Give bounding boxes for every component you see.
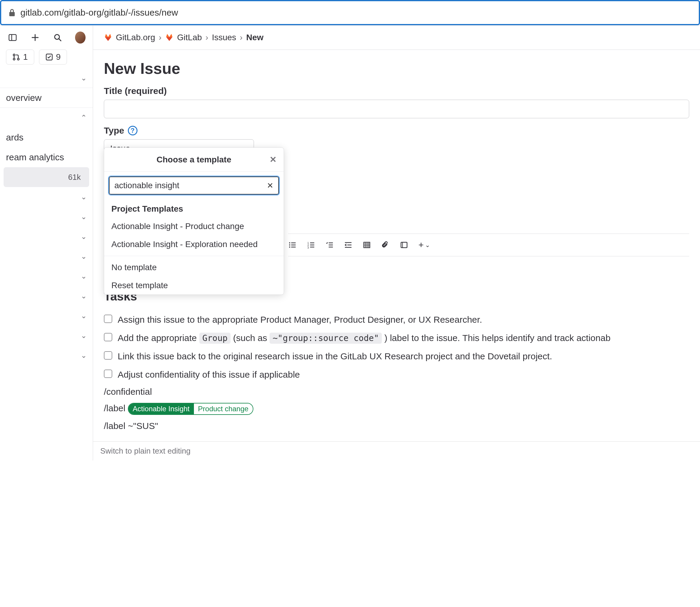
todo-icon [45,53,53,61]
chevron-up-icon: ⌃ [81,113,87,122]
dropdown-header: Choose a template ✕ [104,148,284,172]
sidebar-row-2[interactable]: ⌃ [0,108,93,128]
avatar[interactable] [75,32,86,44]
chevron-down-icon: ⌄ [81,331,87,340]
checkbox[interactable] [104,333,112,341]
title-input[interactable] [104,100,689,118]
sidebar-row-11[interactable]: ⌄ [0,286,93,306]
chevron-down-icon: ⌄ [81,351,87,360]
template-dropdown: Choose a template ✕ ✕ Project Templates … [104,147,284,295]
chevron-down-icon: ⌄ [81,272,87,280]
svg-rect-31 [401,242,407,248]
task-row: Adjust confidentiality of this issue if … [104,365,689,384]
breadcrumb-issues[interactable]: Issues [212,33,236,42]
clear-icon[interactable]: ✕ [267,181,273,190]
task-list-icon[interactable] [325,241,334,249]
lock-icon [8,8,16,17]
code-chip: ~"group::source code" [270,333,382,344]
template-item-product-change[interactable]: Actionable Insight - Product change [104,217,284,235]
svg-text:3: 3 [307,246,309,249]
sidebar-boards[interactable]: ards [0,128,93,147]
dropdown-section: Project Templates [104,199,284,217]
sidebar-active-issues[interactable]: 61k [4,167,89,187]
code-chip: Group [199,333,231,344]
svg-point-4 [13,54,15,56]
editor-toolbar: 123 +⌄ [288,234,689,256]
breadcrumb-project[interactable]: GitLab [177,33,202,42]
sidebar-row-14[interactable]: ⌄ [0,346,93,365]
help-icon[interactable]: ? [128,126,137,135]
switch-editor-link[interactable]: Switch to plain text editing [93,441,700,461]
chevron-down-icon: ⌄ [81,252,87,260]
todo-count: 9 [56,52,61,62]
top-toolbar [0,25,93,49]
sidebar-row-10[interactable]: ⌄ [0,266,93,286]
reset-template[interactable]: Reset template [104,276,284,294]
page-title: New Issue [104,59,689,78]
sidebar-stream-analytics[interactable]: ream analytics [0,147,93,167]
slash-confidential: /confidential [104,384,689,400]
template-search-input[interactable]: ✕ [109,176,279,194]
numbered-list-icon[interactable]: 123 [307,241,316,249]
sidebar-row-12[interactable]: ⌄ [0,306,93,326]
sidebar-row-6[interactable]: ⌄ [0,187,93,207]
sidebar-overview[interactable]: overview [0,88,93,108]
slash-label-pill: /label Actionable Insight Product change [104,400,689,418]
sidebar-row-9[interactable]: ⌄ [0,247,93,266]
sidebar-row-13[interactable]: ⌄ [0,326,93,346]
todo-pill[interactable]: 9 [39,49,67,65]
close-icon[interactable]: ✕ [270,154,276,165]
chevron-down-icon: ⌄ [81,312,87,320]
label-pill[interactable]: Actionable Insight Product change [128,403,253,415]
merge-requests-pill[interactable]: 1 [6,49,34,65]
checkbox[interactable] [104,315,112,323]
sidebar-row-0[interactable]: ⌄ [0,68,93,88]
merge-count: 1 [23,52,28,62]
sidebar-row-7[interactable]: ⌄ [0,207,93,227]
svg-point-10 [289,247,290,248]
type-label: Type ? [104,125,689,136]
task-row: Assign this issue to the appropriate Pro… [104,310,689,329]
attachment-icon[interactable] [381,241,390,249]
table-icon[interactable] [363,241,372,249]
chevron-down-icon: ⌄ [81,232,87,241]
checkbox[interactable] [104,351,112,360]
url-text: gitlab.com/gitlab-org/gitlab/-/issues/ne… [20,7,178,18]
panel-icon[interactable] [7,32,18,44]
task-row: Link this issue back to the original res… [104,347,689,365]
svg-point-6 [17,58,19,60]
svg-point-9 [289,244,290,246]
chevron-down-icon: ⌄ [81,292,87,300]
chevron-down-icon: ⌄ [81,212,87,221]
title-label: Title (required) [104,86,689,96]
task-row: Add the appropriate Group (such as ~"gro… [104,329,689,347]
chevron-down-icon: ⌄ [81,74,87,82]
sidebar-row-8[interactable]: ⌄ [0,227,93,247]
outdent-icon[interactable] [344,241,353,249]
gitlab-icon [104,33,112,42]
chevron-down-icon: ⌄ [81,193,87,201]
breadcrumb-org[interactable]: GitLab.org [116,33,155,42]
breadcrumb-current: New [246,33,263,42]
svg-rect-26 [364,242,370,248]
no-template[interactable]: No template [104,258,284,276]
search-icon[interactable] [52,32,63,44]
svg-point-5 [13,58,15,60]
code-block-icon[interactable] [400,241,409,249]
merge-icon [12,53,20,61]
plus-icon[interactable] [30,32,40,44]
slash-label-sus: /label ~"SUS" [104,418,689,434]
svg-line-3 [59,39,61,41]
template-item-exploration[interactable]: Actionable Insight - Exploration needed [104,235,284,253]
checkbox[interactable] [104,370,112,378]
svg-rect-0 [9,35,16,41]
gitlab-icon [165,33,173,42]
breadcrumb: GitLab.org › GitLab › Issues › New [93,25,700,50]
url-bar[interactable]: gitlab.com/gitlab-org/gitlab/-/issues/ne… [0,0,700,25]
svg-point-8 [289,242,290,244]
count-badge: 61k [63,172,86,183]
bullet-list-icon[interactable] [288,241,297,249]
more-icon[interactable]: +⌄ [419,240,427,250]
